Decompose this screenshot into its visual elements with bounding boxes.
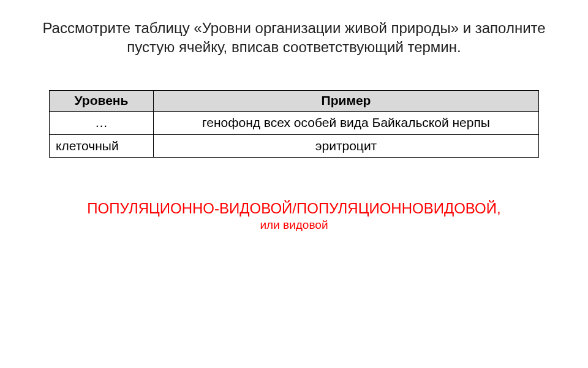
answer-line-1: ПОПУЛЯЦИОННО-ВИДОВОЙ/ПОПУЛЯЦИОННОВИДОВОЙ… bbox=[34, 199, 554, 218]
header-example: Пример bbox=[154, 91, 539, 112]
levels-table: Уровень Пример … генофонд всех особей ви… bbox=[49, 90, 539, 157]
page: Рассмотрите таблицу «Уровни организации … bbox=[0, 0, 588, 368]
table-row: клеточный эритроцит bbox=[50, 134, 539, 157]
answer-line-2: или видовой bbox=[34, 218, 554, 232]
table-container: Уровень Пример … генофонд всех особей ви… bbox=[49, 90, 539, 157]
cell-example-1: эритроцит bbox=[154, 134, 539, 157]
question-prompt: Рассмотрите таблицу «Уровни организации … bbox=[34, 18, 554, 56]
table-header-row: Уровень Пример bbox=[50, 91, 539, 112]
cell-level-1: клеточный bbox=[50, 134, 154, 157]
prompt-line-1: Рассмотрите таблицу «Уровни организации … bbox=[42, 20, 545, 36]
answer-block: ПОПУЛЯЦИОННО-ВИДОВОЙ/ПОПУЛЯЦИОННОВИДОВОЙ… bbox=[34, 199, 554, 232]
header-level: Уровень bbox=[50, 91, 154, 112]
cell-example-0: генофонд всех особей вида Байкальской не… bbox=[154, 112, 539, 134]
prompt-line-2: пустую ячейку, вписав соответствующий те… bbox=[127, 39, 461, 55]
table-row: … генофонд всех особей вида Байкальской … bbox=[50, 112, 539, 134]
cell-level-blank: … bbox=[50, 112, 154, 134]
